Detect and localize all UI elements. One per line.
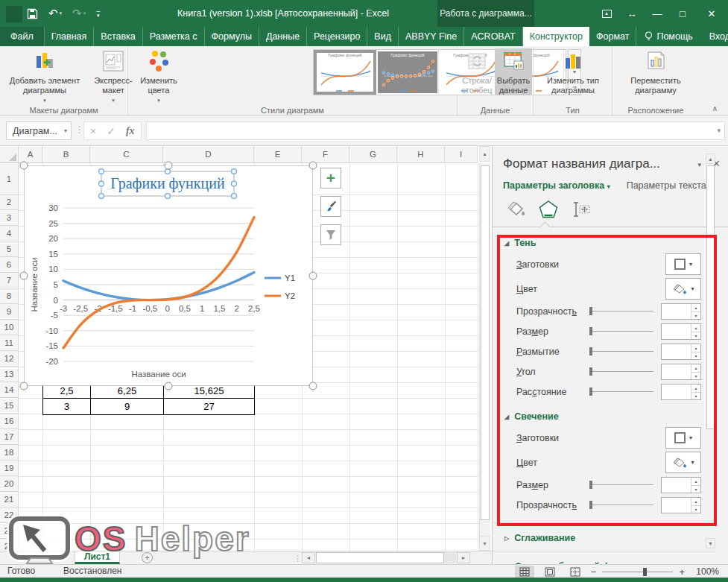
title-selection-handle[interactable] [99, 169, 104, 174]
scroll-down-icon[interactable]: ▾ [479, 536, 490, 551]
column-header-F[interactable]: F [302, 146, 349, 163]
change-colors-button[interactable]: Изменить цвета ▾ [134, 48, 183, 105]
switch-row-column-button[interactable]: Строка/ столбец [459, 48, 495, 95]
formula-input[interactable] [146, 121, 725, 140]
confirm-entry-icon[interactable]: ✓ [107, 125, 115, 137]
table-cell[interactable]: 27 [163, 398, 255, 415]
redo-button[interactable]: ↷▾ [72, 7, 86, 20]
spin-down-icon[interactable]: ▾ [691, 311, 700, 319]
row-header-11[interactable]: 11 [0, 335, 19, 351]
spin-up-icon[interactable]: ▴ [691, 324, 700, 332]
customize-qat-button[interactable]: –▾ [96, 9, 100, 18]
tab-text-options[interactable]: Параметры текста [627, 180, 706, 191]
row-header-3[interactable]: 3 [0, 210, 19, 226]
title-selection-handle[interactable] [232, 181, 237, 186]
insert-function-icon[interactable]: fx [126, 125, 135, 137]
column-header-G[interactable]: G [349, 146, 397, 163]
row-header-19[interactable]: 19 [0, 461, 19, 476]
slider-thumb[interactable] [589, 501, 592, 509]
pane-scrollbar[interactable]: ▲ ▼ [706, 154, 715, 556]
expand-formula-bar-icon[interactable]: ▾ [717, 127, 721, 134]
row-header-21[interactable]: 21 [0, 492, 19, 507]
slider-thumb[interactable] [589, 481, 592, 489]
zoom-out-icon[interactable]: − [591, 566, 597, 578]
spinbox[interactable]: ▴▾ [661, 497, 701, 513]
spin-up-icon[interactable]: ▴ [691, 304, 700, 311]
title-selection-handle[interactable] [232, 194, 237, 199]
close-button[interactable]: ✕ [695, 0, 728, 27]
slider-track[interactable] [589, 484, 653, 485]
chart-selection-handle[interactable] [309, 272, 317, 280]
chart-selection-handle[interactable] [20, 382, 28, 390]
pane-options-dropdown-icon[interactable]: ▾ [697, 161, 701, 168]
slider-track[interactable] [589, 311, 653, 311]
chart-selection-handle[interactable] [20, 272, 28, 280]
slider-thumb[interactable] [589, 327, 592, 335]
save-button[interactable] [27, 8, 38, 19]
add-chart-element-button[interactable]: Добавить элемент диаграммы ▾ [3, 48, 86, 105]
row-header-1[interactable]: 1 [0, 163, 19, 194]
chart-title[interactable]: Графики функций [110, 175, 225, 192]
row-header-20[interactable]: 20 [0, 476, 19, 492]
name-box[interactable]: Диаграм...▾ [6, 121, 72, 140]
spin-up-icon[interactable]: ▴ [691, 344, 700, 352]
title-selection-handle[interactable] [99, 181, 104, 186]
tab-Файл[interactable]: Файл [0, 27, 45, 46]
spin-up-icon[interactable]: ▴ [691, 385, 700, 392]
fill-line-icon[interactable] [504, 198, 527, 221]
table-cell[interactable]: 9 [90, 398, 164, 415]
slider-thumb[interactable] [589, 367, 592, 376]
slider-track[interactable] [589, 504, 653, 505]
section-header-0[interactable]: ◢Тень [504, 238, 716, 248]
row-header-18[interactable]: 18 [0, 445, 19, 461]
chart-style-thumbnail-2[interactable]: Графики функций [376, 50, 439, 95]
new-sheet-button[interactable]: + [142, 552, 153, 563]
row-header-12[interactable]: 12 [0, 351, 19, 367]
spin-up-icon[interactable]: ▴ [691, 498, 700, 505]
chart-style-thumbnail-1[interactable]: Графики функций [314, 50, 376, 95]
vertical-scrollbar-thumb[interactable] [481, 165, 490, 520]
chart-filters-button[interactable] [320, 224, 341, 245]
row-header-5[interactable]: 5 [0, 241, 19, 257]
row-header-6[interactable]: 6 [0, 257, 19, 273]
tab-ACROBAT[interactable]: ACROBAT [464, 27, 523, 46]
scroll-left-icon[interactable]: ◂ [302, 552, 315, 563]
tab-Разметка с[interactable]: Разметка с [143, 27, 205, 46]
row-header-13[interactable]: 13 [0, 367, 19, 382]
slider-thumb[interactable] [589, 388, 592, 396]
pane-scrollbar-thumb[interactable] [706, 165, 715, 429]
resize-icon[interactable]: ↔ [619, 0, 645, 27]
spinbox[interactable]: ▴▾ [661, 364, 701, 380]
scroll-right-icon[interactable]: ▸ [457, 552, 470, 563]
collapse-ribbon-icon[interactable]: ∧ [712, 104, 718, 113]
tab-Рецензиро[interactable]: Рецензиро [307, 27, 367, 46]
slider-track[interactable] [589, 351, 653, 352]
color-dropdown-button[interactable]: ▾ [665, 278, 701, 300]
view-normal-button[interactable] [515, 566, 534, 578]
preset-dropdown-button[interactable]: ▾ [665, 253, 701, 275]
view-page-layout-button[interactable] [540, 566, 560, 578]
spinbox[interactable]: ▴▾ [661, 344, 701, 360]
slider-thumb[interactable] [589, 307, 592, 315]
spin-down-icon[interactable]: ▾ [691, 392, 700, 399]
row-header-4[interactable]: 4 [0, 226, 19, 241]
maximize-button[interactable]: □ [670, 0, 695, 27]
row-header-16[interactable]: 16 [0, 414, 19, 429]
section-header-1[interactable]: ◢Свечение [504, 411, 716, 422]
redo-dropdown-icon[interactable]: ▾ [83, 10, 86, 16]
chart-selection-handle[interactable] [309, 162, 317, 170]
tab-Данные[interactable]: Данные [259, 27, 307, 46]
legend-label-Y2[interactable]: Y2 [285, 291, 295, 300]
spinbox[interactable]: ▴▾ [661, 384, 701, 400]
zoom-level[interactable]: 100% [691, 566, 719, 577]
row-header-15[interactable]: 15 [0, 398, 19, 414]
change-chart-type-button[interactable]: Изменить тип диаграммы [539, 48, 607, 95]
spin-up-icon[interactable]: ▴ [691, 364, 700, 372]
tab-Формулы[interactable]: Формулы [205, 27, 259, 46]
chart-selection-handle[interactable] [165, 162, 173, 170]
sign-in-tab[interactable]: Вход [701, 27, 728, 46]
column-header-H[interactable]: H [397, 146, 445, 163]
tab-title-options[interactable]: Параметры заголовка ▾ [503, 180, 610, 191]
x-axis-title[interactable]: Название оси [131, 370, 186, 379]
horizontal-scrollbar-thumb[interactable] [316, 552, 444, 563]
